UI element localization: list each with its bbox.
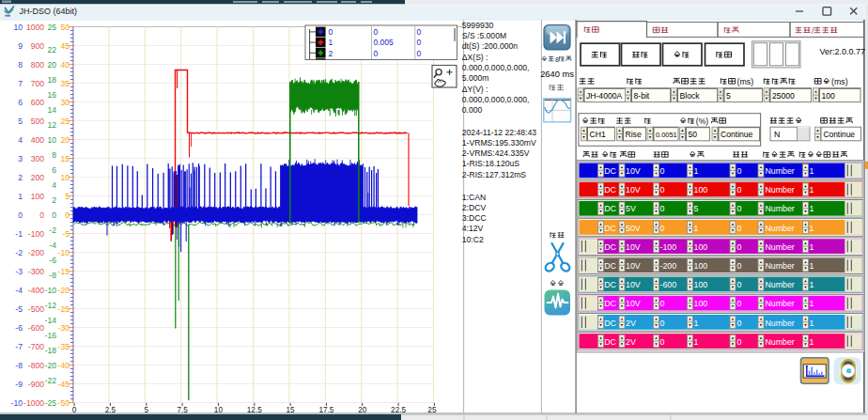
svg-text:18: 18 — [47, 75, 56, 85]
svg-text:0: 0 — [374, 27, 379, 37]
svg-text:10: 10 — [13, 23, 23, 32]
svg-text:5: 5 — [726, 91, 731, 101]
svg-text:-2: -2 — [15, 248, 23, 257]
svg-text:10V: 10V — [626, 280, 641, 289]
svg-text:-1: -1 — [15, 229, 23, 239]
svg-text:1: 1 — [694, 319, 699, 328]
svg-text:-600: -600 — [660, 280, 677, 289]
svg-text:7.5: 7.5 — [177, 406, 188, 414]
svg-text:0: 0 — [737, 299, 742, 308]
svg-text:DC: DC — [604, 242, 616, 252]
svg-text:1: 1 — [810, 261, 814, 271]
svg-text:-5: -5 — [15, 304, 23, 314]
svg-text:25: 25 — [60, 117, 70, 126]
svg-text:50V: 50V — [626, 224, 641, 233]
svg-text:0: 0 — [737, 242, 742, 252]
svg-text:500: 500 — [31, 117, 45, 126]
svg-text:10V: 10V — [626, 261, 641, 271]
svg-text:-10: -10 — [11, 398, 23, 408]
svg-text:0.000: 0.000 — [462, 105, 483, 115]
svg-text:DC: DC — [604, 166, 616, 176]
svg-text:50: 50 — [60, 23, 70, 32]
svg-text:0: 0 — [737, 280, 742, 289]
svg-text:0.000,0.000,0.000,: 0.000,0.000,0.000, — [462, 95, 530, 104]
svg-text:-200: -200 — [660, 261, 677, 271]
svg-text:2: 2 — [329, 49, 333, 58]
svg-text:10: 10 — [47, 135, 56, 145]
svg-text:-30: -30 — [58, 323, 70, 333]
svg-text:0: 0 — [737, 337, 742, 347]
svg-text:-14: -14 — [45, 316, 57, 325]
svg-text:15: 15 — [287, 406, 296, 414]
svg-text:2024-11-12 22:48:43: 2024-11-12 22:48:43 — [462, 128, 536, 137]
svg-text:5.000m: 5.000m — [462, 73, 489, 83]
svg-text:100: 100 — [694, 185, 708, 194]
svg-text:0: 0 — [660, 299, 665, 308]
svg-text:22.5: 22.5 — [391, 406, 406, 414]
svg-text:100: 100 — [822, 91, 836, 101]
svg-text:Number: Number — [766, 299, 795, 308]
svg-text:Number: Number — [766, 280, 795, 289]
svg-text:-25: -25 — [58, 304, 70, 314]
svg-text:1: 1 — [810, 185, 814, 194]
svg-text:0: 0 — [417, 49, 422, 58]
svg-text:15: 15 — [60, 154, 70, 163]
svg-text:DC: DC — [604, 299, 616, 308]
svg-text:10: 10 — [214, 406, 224, 414]
svg-text:10: 10 — [60, 173, 70, 182]
svg-text:0.0051: 0.0051 — [656, 131, 677, 139]
svg-text:Number: Number — [766, 166, 795, 176]
svg-text:100: 100 — [31, 192, 45, 201]
svg-text:0: 0 — [737, 319, 742, 328]
svg-text:50: 50 — [689, 130, 698, 139]
svg-text:0: 0 — [737, 166, 742, 176]
svg-text:25: 25 — [427, 406, 437, 414]
svg-text:(ms): (ms) — [737, 77, 754, 86]
svg-text:(%): (%) — [696, 117, 708, 126]
svg-text:0: 0 — [660, 204, 665, 213]
svg-text:Number: Number — [766, 204, 795, 213]
svg-text:2640 ms: 2640 ms — [540, 70, 574, 79]
svg-text:8: 8 — [555, 55, 559, 64]
svg-text:5V: 5V — [626, 204, 636, 213]
svg-text:10:C2: 10:C2 — [462, 235, 484, 244]
svg-text:dt(S) :200.000n: dt(S) :200.000n — [462, 41, 518, 51]
svg-text:5999930: 5999930 — [462, 21, 494, 30]
svg-text:6: 6 — [18, 98, 23, 107]
svg-text:0: 0 — [737, 204, 742, 213]
svg-text:Number: Number — [766, 261, 795, 271]
svg-text:1: 1 — [810, 166, 814, 176]
svg-text:Continue: Continue — [721, 130, 753, 139]
svg-text:Rise: Rise — [626, 130, 642, 139]
svg-text:2-RIS:127.312mS: 2-RIS:127.312mS — [462, 170, 527, 179]
svg-text:0: 0 — [72, 406, 77, 414]
svg-text:0: 0 — [374, 49, 379, 58]
svg-text:-10: -10 — [58, 248, 70, 257]
svg-text:12: 12 — [47, 120, 56, 130]
svg-text:600: 600 — [31, 98, 45, 107]
svg-text:1: 1 — [810, 204, 814, 213]
svg-text:0: 0 — [660, 337, 665, 347]
svg-text:ΔY(V) :: ΔY(V) : — [462, 85, 488, 94]
svg-text:45: 45 — [60, 41, 70, 51]
svg-text:-600: -600 — [28, 323, 44, 333]
svg-text:35: 35 — [60, 79, 70, 88]
svg-text:800: 800 — [31, 60, 45, 70]
svg-text:400: 400 — [31, 135, 45, 145]
svg-text:700: 700 — [31, 79, 45, 88]
svg-text:-35: -35 — [58, 342, 70, 351]
svg-text:5: 5 — [18, 117, 23, 126]
svg-text:2: 2 — [52, 195, 56, 205]
svg-text:N: N — [774, 130, 780, 139]
svg-text:(ms): (ms) — [831, 77, 848, 86]
svg-text:-10: -10 — [45, 286, 57, 295]
svg-text:-22: -22 — [45, 376, 57, 385]
svg-text:20: 20 — [358, 406, 367, 414]
svg-text:1: 1 — [694, 337, 699, 347]
svg-text:JH-DSO (64bit): JH-DSO (64bit) — [20, 7, 78, 16]
svg-text:DC: DC — [604, 185, 616, 194]
svg-text:0: 0 — [52, 210, 56, 220]
svg-text:1: 1 — [810, 319, 814, 328]
svg-text:Continue: Continue — [824, 130, 856, 139]
svg-text:Ver:2.0.0.77: Ver:2.0.0.77 — [820, 47, 866, 56]
